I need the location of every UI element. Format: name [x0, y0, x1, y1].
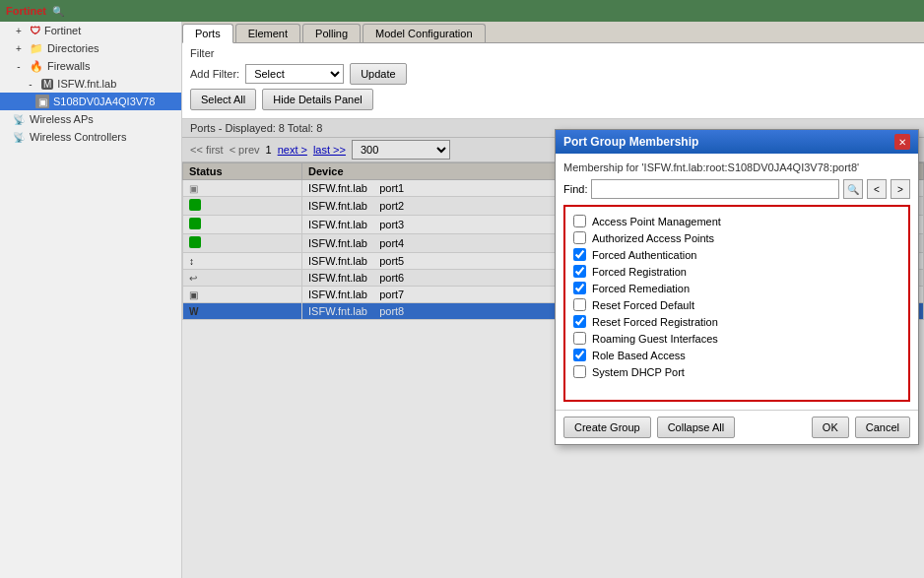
checkbox-3[interactable] [573, 265, 586, 278]
collapse-all-button[interactable]: Collapse All [657, 417, 735, 438]
find-label: Find: [563, 183, 587, 195]
modal-overlay: Port Group Membership ✕ Membership for '… [182, 119, 924, 578]
main-content: + 🛡 Fortinet + 📁 Directories - 🔥 Firewal… [0, 22, 924, 578]
search-icon[interactable]: 🔍 [52, 6, 64, 17]
checkbox-4[interactable] [573, 282, 586, 294]
checkbox-8[interactable] [573, 349, 586, 361]
port-group-membership-modal: Port Group Membership ✕ Membership for '… [555, 129, 919, 445]
membership-text: Membership for 'ISFW.fnt.lab:root:S108DV… [563, 161, 910, 173]
device-icon: ▣ [35, 95, 49, 108]
sidebar-item-directories[interactable]: + 📁 Directories [0, 39, 181, 57]
select-all-row: Select All Hide Details Panel [190, 89, 916, 110]
sidebar-item-fortinet[interactable]: + 🛡 Fortinet [0, 22, 181, 39]
checkbox-item[interactable]: Reset Forced Default [573, 296, 900, 313]
checkbox-9[interactable] [573, 365, 586, 378]
sidebar-item-s108-label: S108DV0JA4QI3V78 [53, 96, 155, 107]
tab-polling[interactable]: Polling [302, 24, 361, 42]
modal-title: Port Group Membership [563, 135, 698, 149]
collapse-icon-fw: - [12, 59, 26, 73]
filter-select[interactable]: Select [245, 64, 344, 84]
expand-icon: + [12, 24, 26, 37]
checkbox-label-6: Reset Forced Registration [592, 316, 718, 328]
module-icon: M [41, 79, 53, 90]
find-row: Find: 🔍 < > [563, 179, 910, 199]
tab-bar: Ports Element Polling Model Configuratio… [182, 22, 924, 43]
checkbox-label-8: Role Based Access [592, 350, 686, 361]
checkbox-0[interactable] [573, 215, 586, 227]
wireless-ctrl-icon: 📡 [12, 130, 26, 144]
sidebar-item-wireless-aps-label: Wireless APs [30, 113, 94, 125]
add-filter-row: Add Filter: Select Update [190, 63, 916, 85]
sidebar-item-directories-label: Directories [47, 42, 99, 54]
find-prev-button[interactable]: < [867, 179, 887, 199]
checkbox-2[interactable] [573, 248, 586, 261]
modal-close-button[interactable]: ✕ [894, 134, 910, 150]
hide-details-button[interactable]: Hide Details Panel [262, 89, 373, 110]
sidebar-item-wireless-aps[interactable]: 📡 Wireless APs [0, 110, 181, 128]
tab-element[interactable]: Element [235, 24, 300, 42]
expand-icon-dirs: + [12, 41, 26, 55]
top-bar: Fortinet 🔍 [0, 0, 924, 22]
checkbox-label-4: Forced Remediation [592, 283, 690, 294]
checkbox-item[interactable]: Forced Remediation [573, 280, 900, 296]
sidebar: + 🛡 Fortinet + 📁 Directories - 🔥 Firewal… [0, 22, 182, 578]
tab-ports[interactable]: Ports [182, 24, 233, 43]
collapse-icon-isfw: - [24, 77, 37, 91]
checkbox-label-1: Authorized Access Points [592, 232, 714, 244]
ok-button[interactable]: OK [812, 417, 849, 438]
find-search-button[interactable]: 🔍 [843, 179, 863, 199]
checkbox-1[interactable] [573, 231, 586, 244]
modal-footer: Create Group Collapse All OK Cancel [556, 410, 918, 444]
checkbox-item[interactable]: System DHCP Port [573, 363, 900, 380]
checkbox-label-2: Forced Authentication [592, 249, 696, 261]
select-all-button[interactable]: Select All [190, 89, 256, 110]
cancel-button[interactable]: Cancel [855, 417, 910, 438]
sidebar-item-isfw-label: ISFW.fnt.lab [57, 78, 116, 90]
checkbox-list: Access Point Management Authorized Acces… [563, 205, 910, 402]
modal-body: Membership for 'ISFW.fnt.lab:root:S108DV… [556, 154, 918, 410]
checkbox-label-7: Roaming Guest Interfaces [592, 333, 718, 345]
checkbox-item[interactable]: Role Based Access [573, 347, 900, 363]
directories-icon: 📁 [30, 42, 43, 55]
app-container: Fortinet 🔍 + 🛡 Fortinet + 📁 Directories … [0, 0, 924, 578]
sidebar-item-fortinet-label: Fortinet [44, 25, 81, 36]
checkbox-6[interactable] [573, 315, 586, 328]
modal-footer-right: OK Cancel [812, 417, 910, 438]
sidebar-item-s108[interactable]: ▣ S108DV0JA4QI3V78 [0, 93, 181, 110]
find-next-button[interactable]: > [891, 179, 910, 199]
checkbox-item[interactable]: Access Point Management [573, 213, 900, 229]
filter-label-row: Filter [190, 47, 916, 59]
checkbox-5[interactable] [573, 298, 586, 311]
checkbox-label-3: Forced Registration [592, 266, 687, 278]
checkbox-item[interactable]: Reset Forced Registration [573, 313, 900, 330]
find-input[interactable] [591, 179, 839, 199]
modal-footer-left: Create Group Collapse All [563, 417, 735, 438]
checkbox-item[interactable]: Forced Authentication [573, 246, 900, 263]
sidebar-item-wireless-controllers-label: Wireless Controllers [30, 131, 126, 143]
filter-label: Filter [190, 47, 214, 59]
wireless-ap-icon: 📡 [12, 112, 26, 126]
filter-bar: Filter Add Filter: Select Update Select … [182, 43, 924, 119]
checkbox-item[interactable]: Forced Registration [573, 263, 900, 280]
sidebar-item-firewalls-label: Firewalls [47, 60, 90, 72]
checkbox-7[interactable] [573, 332, 586, 345]
tab-model-config[interactable]: Model Configuration [363, 24, 485, 42]
create-group-button[interactable]: Create Group [563, 417, 651, 438]
content-area: Ports - Displayed: 8 Total: 8 << first <… [182, 119, 924, 578]
checkbox-label-5: Reset Forced Default [592, 299, 694, 311]
checkbox-item[interactable]: Roaming Guest Interfaces [573, 330, 900, 347]
checkbox-label-0: Access Point Management [592, 216, 721, 227]
sidebar-item-wireless-controllers[interactable]: 📡 Wireless Controllers [0, 128, 181, 146]
firewalls-icon: 🔥 [30, 60, 43, 73]
checkbox-label-9: System DHCP Port [592, 366, 685, 378]
modal-title-bar: Port Group Membership ✕ [556, 130, 918, 154]
sidebar-item-isfw[interactable]: - M ISFW.fnt.lab [0, 75, 181, 93]
fortinet-logo: Fortinet [6, 5, 46, 17]
main-panel: Ports Element Polling Model Configuratio… [182, 22, 924, 578]
fortinet-icon: 🛡 [30, 25, 40, 36]
sidebar-item-firewalls[interactable]: - 🔥 Firewalls [0, 57, 181, 75]
checkbox-item[interactable]: Authorized Access Points [573, 229, 900, 246]
update-button[interactable]: Update [350, 63, 406, 85]
add-filter-label: Add Filter: [190, 68, 239, 80]
